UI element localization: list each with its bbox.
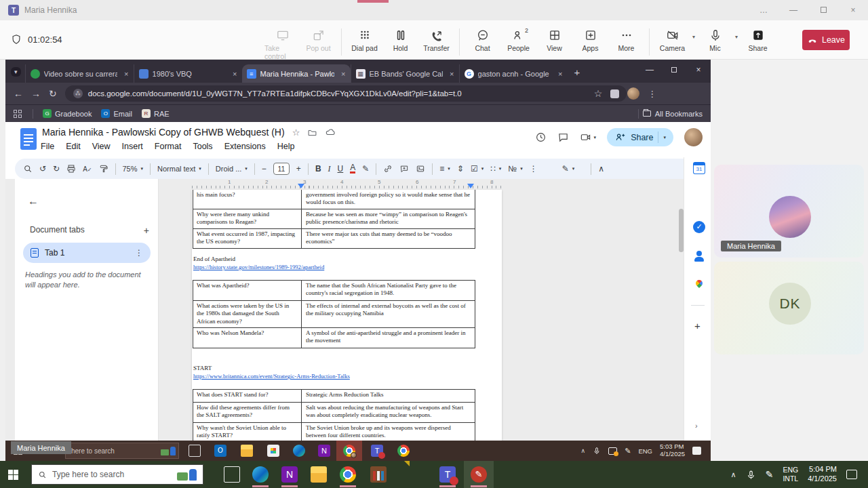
start-button[interactable] <box>8 470 18 480</box>
font-size-input[interactable]: 11 <box>273 163 290 175</box>
minimize-icon[interactable]: — <box>778 5 808 15</box>
participant-tile-dk[interactable]: DK <box>714 262 864 354</box>
people-button[interactable]: 2 People <box>500 24 536 52</box>
account-avatar[interactable] <box>684 128 703 146</box>
apps-button[interactable]: Apps <box>572 24 608 52</box>
view-button[interactable]: View <box>536 24 572 52</box>
shared-onenote-icon[interactable]: N <box>318 445 330 457</box>
browser-tab-2[interactable]: 1980's VBQ × <box>134 64 242 83</box>
clock[interactable]: 5:04 PM 4/1/2025 <box>808 465 837 484</box>
pop-out-button[interactable]: Pop out <box>300 24 336 52</box>
line-spacing-icon[interactable]: ⇕ <box>457 164 464 174</box>
taskbar-search-box[interactable]: Type here to search <box>31 464 203 485</box>
all-bookmarks-button[interactable]: All Bookmarks <box>638 109 703 119</box>
url-bar[interactable]: ⁂ docs.google.com/document/d/1U_0yWGT7N_… <box>65 85 627 102</box>
chrome-restore-icon[interactable] <box>662 65 686 75</box>
shared-notification-icon[interactable] <box>692 447 701 455</box>
bulleted-list-icon[interactable]: ∷▾ <box>490 164 501 174</box>
insert-link-icon[interactable] <box>383 164 393 174</box>
shared-mic-tray-icon[interactable] <box>593 447 601 455</box>
start-link[interactable]: https://www.britannica.com/event/Strateg… <box>193 373 350 380</box>
tab4-close-icon[interactable]: × <box>450 70 454 78</box>
star-document-icon[interactable]: ☆ <box>292 127 300 138</box>
add-comment-icon[interactable] <box>399 164 409 174</box>
leave-button[interactable]: Leave <box>802 30 850 50</box>
italic-icon[interactable]: I <box>328 164 331 174</box>
insert-image-icon[interactable] <box>416 164 425 174</box>
show-side-panel-icon[interactable]: › <box>695 422 698 430</box>
dial-pad-button[interactable]: Dial pad <box>347 24 382 52</box>
undo-icon[interactable]: ↺ <box>39 164 46 174</box>
bookmark-gradebook[interactable]: G Gradebook <box>43 109 92 118</box>
font-size-decrease-icon[interactable]: − <box>262 164 267 174</box>
hide-menus-icon[interactable]: ∧ <box>598 164 604 174</box>
shared-teams-icon[interactable]: T <box>371 445 383 457</box>
print-icon[interactable] <box>66 164 76 174</box>
language-indicator[interactable]: ENG INTL <box>783 466 798 483</box>
checklist-icon[interactable]: ☑▾ <box>471 164 484 174</box>
site-settings-icon[interactable]: ⁂ <box>73 89 83 98</box>
bold-icon[interactable]: B <box>315 164 321 174</box>
bookshelf-icon[interactable] <box>370 466 387 483</box>
more-button[interactable]: More <box>608 24 644 52</box>
chrome-menu-icon[interactable]: ⋮ <box>648 89 656 99</box>
tab2-close-icon[interactable]: × <box>233 70 237 78</box>
editing-mode-select[interactable]: ✎▾ <box>562 164 575 174</box>
tab5-close-icon[interactable]: × <box>558 70 562 78</box>
font-size-increase-icon[interactable]: + <box>296 164 301 174</box>
shared-pen-icon[interactable]: ✎ <box>625 447 631 455</box>
docs-share-button[interactable]: Share ▾ <box>607 128 673 146</box>
apps-grid-icon[interactable] <box>14 110 22 118</box>
close-icon[interactable]: × <box>838 5 868 15</box>
forward-icon[interactable]: → <box>31 88 41 99</box>
camera-button[interactable]: Camera <box>654 24 690 52</box>
edge-icon[interactable] <box>252 466 269 483</box>
menu-file[interactable]: File <box>41 142 54 151</box>
mic-dropdown-icon[interactable]: ▾ <box>733 34 740 40</box>
align-icon[interactable]: ≡▾ <box>439 164 450 174</box>
menu-format[interactable]: Format <box>155 142 182 151</box>
search-menus-icon[interactable] <box>23 164 33 174</box>
menu-view[interactable]: View <box>92 142 111 151</box>
mic-button[interactable]: Mic <box>697 24 733 52</box>
chrome-profile-avatar[interactable] <box>627 87 639 100</box>
add-tab-icon[interactable]: + <box>144 225 149 236</box>
cloud-status-icon[interactable] <box>325 127 336 138</box>
active-app-icon[interactable]: ✎ <box>471 466 487 483</box>
get-addons-icon[interactable]: + <box>694 320 701 331</box>
extensions-icon[interactable] <box>610 89 619 98</box>
titlebar-more-icon[interactable]: … <box>749 5 778 15</box>
chat-button[interactable]: Chat <box>465 24 500 52</box>
meet-button[interactable]: ▾ <box>580 131 597 143</box>
restore-icon[interactable] <box>808 5 838 15</box>
shared-taskview-icon[interactable] <box>189 445 201 457</box>
tasks-icon[interactable]: ✓ <box>693 221 705 233</box>
shared-explorer-icon[interactable] <box>241 445 253 457</box>
chrome-minimize-icon[interactable]: — <box>637 65 662 75</box>
document-scrollbar[interactable] <box>679 209 684 252</box>
bookmark-star-icon[interactable]: ☆ <box>594 88 603 99</box>
apartheid-link[interactable]: https://history.state.gov/milestones/198… <box>193 264 324 271</box>
browser-tab-1[interactable]: Video sobre su carrera en su × <box>25 64 134 83</box>
reload-icon[interactable]: ↻ <box>49 88 57 99</box>
new-tab-icon[interactable]: + <box>574 66 580 78</box>
document-title[interactable]: Maria Hennika - Pawlowski Copy of GHWB W… <box>42 127 285 138</box>
chrome-icon[interactable] <box>340 466 356 483</box>
browser-tab-5[interactable]: G gaston acnh - Google Searc × <box>459 64 568 83</box>
menu-insert[interactable]: Insert <box>122 142 143 151</box>
tab1-item[interactable]: Tab 1 ⋮ <box>23 243 151 263</box>
paint-format-icon[interactable] <box>99 164 108 174</box>
zoom-select[interactable]: 75%▾ <box>123 165 144 173</box>
shared-search-box[interactable]: here to search <box>65 443 179 459</box>
comments-icon[interactable] <box>557 131 569 143</box>
tab1-options-icon[interactable]: ⋮ <box>135 248 143 258</box>
participant-tile-maria[interactable]: Maria Hennika <box>714 165 864 258</box>
task-view-icon[interactable] <box>224 466 240 483</box>
file-explorer-icon[interactable] <box>311 466 327 483</box>
version-history-icon[interactable] <box>535 131 547 143</box>
shared-outlook-icon[interactable]: O <box>214 445 226 457</box>
font-select[interactable]: Droid ...▾ <box>216 165 248 173</box>
pen-tray-icon[interactable]: ✎ <box>766 469 774 480</box>
shared-chrome2-icon[interactable] <box>397 445 410 457</box>
teams-icon[interactable]: T <box>439 466 456 483</box>
